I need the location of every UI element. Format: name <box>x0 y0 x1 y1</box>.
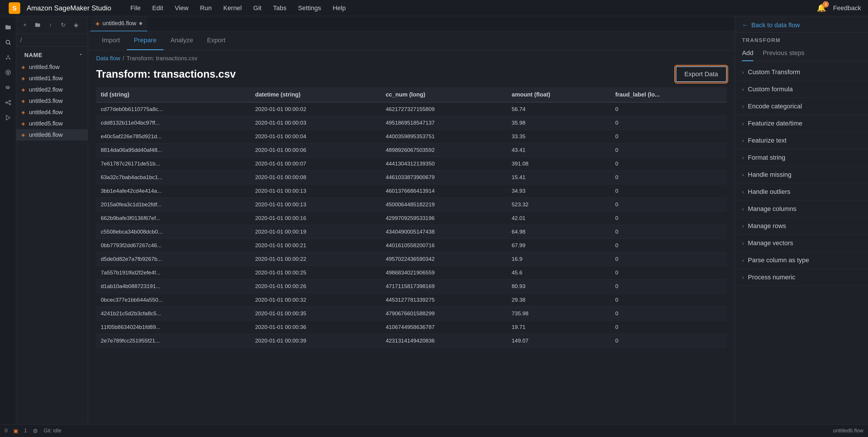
col-header-tid: tid (string) <box>96 87 250 102</box>
nav-tab-export[interactable]: Export <box>200 31 232 50</box>
chevron-right-icon: › <box>742 69 744 75</box>
sidebar-git-icon[interactable] <box>2 51 14 64</box>
tab-add[interactable]: Add <box>742 46 753 61</box>
page-title: Transform: transactions.csv <box>96 68 236 80</box>
table-row: 0bcec377e1bb644a550...2020-01-01 00:00:3… <box>96 293 727 307</box>
app-logo: S <box>7 1 22 16</box>
menu-settings[interactable]: Settings <box>293 2 326 14</box>
transform-encode-categorical[interactable]: › Encode categorical <box>735 98 868 115</box>
table-row: 3bb1e4afe42cd4e414a...2020-01-01 00:00:1… <box>96 184 727 198</box>
nav-tab-import[interactable]: Import <box>95 31 127 50</box>
refresh-btn[interactable]: ↻ <box>58 20 68 30</box>
sidebar-palette-icon[interactable] <box>2 66 14 79</box>
git-status: Git: idle <box>44 428 61 434</box>
file-item[interactable]: ◈ untitled.flow <box>16 61 88 73</box>
chevron-right-icon: › <box>742 257 744 263</box>
sidebar-search-icon[interactable] <box>2 36 14 49</box>
menu-view[interactable]: View <box>170 2 194 14</box>
flow-icon: ◈ <box>20 87 26 93</box>
nav-tab-prepare[interactable]: Prepare <box>127 31 163 50</box>
transform-manage-vectors[interactable]: › Manage vectors <box>735 235 868 252</box>
svg-line-14 <box>7 101 9 102</box>
chevron-right-icon: › <box>742 104 744 110</box>
back-to-data-flow[interactable]: ← Back to data flow <box>742 22 861 29</box>
table-row: c5508ebca34b008dcb0...2020-01-01 00:00:1… <box>96 225 727 239</box>
col-header-amount: amount (float) <box>507 87 611 102</box>
file-item[interactable]: ◈ untitled3.flow <box>16 95 88 107</box>
active-tab[interactable]: ◈ untitled6.flow <box>90 16 147 31</box>
breadcrumb-separator: / <box>122 55 124 62</box>
table-row: 4241b21c5d2b3cfa8c5...2020-01-01 00:00:3… <box>96 307 727 321</box>
chevron-right-icon: › <box>742 138 744 144</box>
transform-manage-rows[interactable]: › Manage rows <box>735 217 868 235</box>
notification-badge: 4 <box>823 1 829 7</box>
breadcrumb-link[interactable]: Data flow <box>96 55 120 62</box>
transform-format-string[interactable]: › Format string <box>735 149 868 166</box>
file-toolbar: + ↑ ↻ ◈ <box>16 16 88 34</box>
flow-icon: ◈ <box>20 98 26 104</box>
export-data-button[interactable]: Export Data <box>676 66 727 82</box>
table-row: 2015a0fea3c1d1be2fdf...2020-01-01 00:00:… <box>96 198 727 211</box>
svg-point-7 <box>5 70 10 75</box>
menu-git[interactable]: Git <box>248 2 267 14</box>
file-item[interactable]: ◈ untitled1.flow <box>16 73 88 84</box>
name-column-header: NAME <box>16 47 88 61</box>
transform-manage-columns[interactable]: › Manage columns <box>735 201 868 217</box>
table-container[interactable]: tid (string) datetime (string) cc_num (l… <box>88 87 735 437</box>
chevron-right-icon: › <box>742 189 744 195</box>
breadcrumb: Data flow / Transform: transactions.csv <box>88 51 735 64</box>
transform-handle-outliers[interactable]: › Handle outliers <box>735 183 868 201</box>
svg-point-4 <box>7 55 9 57</box>
sidebar-files-icon[interactable] <box>2 21 14 34</box>
transform-section-title: TRANSFORM <box>735 33 868 46</box>
tab-bar: ◈ untitled6.flow <box>88 16 735 31</box>
file-browser: + ↑ ↻ ◈ / NAME ◈ untitled.flow ◈ untitle… <box>16 16 88 437</box>
menu-items: File Edit View Run Kernel Git Tabs Setti… <box>125 2 817 14</box>
flow-icon: ◈ <box>20 121 26 127</box>
sidebar-nodes-icon[interactable] <box>2 96 14 109</box>
upload-btn[interactable]: ↑ <box>45 20 56 30</box>
menu-help[interactable]: Help <box>328 2 351 14</box>
menu-run[interactable]: Run <box>195 2 217 14</box>
transform-featurize-datetime[interactable]: › Featurize date/time <box>735 115 868 132</box>
menu-file[interactable]: File <box>125 2 146 14</box>
new-folder-btn[interactable] <box>32 20 43 30</box>
svg-point-2 <box>6 40 9 44</box>
table-row: cd77deb0b6110775a8c...2020-01-01 00:00:0… <box>96 102 727 116</box>
filter-btn[interactable]: ◈ <box>71 20 81 30</box>
status-item-0: 0 <box>5 428 7 434</box>
transform-handle-missing[interactable]: › Handle missing <box>735 166 868 183</box>
file-item[interactable]: ◈ untitled2.flow <box>16 84 88 95</box>
table-row: 7e61787c26171de51b...2020-01-01 00:00:07… <box>96 157 727 171</box>
svg-point-8 <box>7 71 7 72</box>
transform-custom-transform[interactable]: › Custom Transform <box>735 64 868 81</box>
right-panel-tabs: Add Previous steps <box>735 46 868 61</box>
transform-featurize-text[interactable]: › Featurize text <box>735 132 868 149</box>
sidebar-extensions-icon[interactable] <box>2 81 14 94</box>
right-panel-header: ← Back to data flow <box>735 16 868 33</box>
chevron-right-icon: › <box>742 86 744 92</box>
transform-process-numeric[interactable]: › Process numeric <box>735 269 868 286</box>
svg-point-12 <box>9 100 11 102</box>
sidebar-deploy-icon[interactable] <box>2 111 14 124</box>
file-item-active[interactable]: ◈ untitled6.flow <box>16 129 88 141</box>
menu-tabs[interactable]: Tabs <box>268 2 291 14</box>
table-row: e40c5af226e785d921d...2020-01-01 00:00:0… <box>96 130 727 143</box>
file-item[interactable]: ◈ untitled5.flow <box>16 118 88 129</box>
tab-previous-steps[interactable]: Previous steps <box>763 46 804 61</box>
transform-custom-formula[interactable]: › Custom formula <box>735 81 868 98</box>
menu-edit[interactable]: Edit <box>147 2 168 14</box>
new-file-btn[interactable]: + <box>20 20 30 30</box>
name-section-title: NAME <box>20 49 46 60</box>
chevron-right-icon: › <box>742 223 744 229</box>
settings-icon[interactable]: ⚙ <box>33 428 38 434</box>
menu-bar: S Amazon SageMaker Studio File Edit View… <box>0 0 868 16</box>
notification-bell[interactable]: 🔔 4 <box>817 3 826 12</box>
nav-tab-analyze[interactable]: Analyze <box>163 31 200 50</box>
menu-right: 🔔 4 Feedback <box>817 3 861 12</box>
feedback-button[interactable]: Feedback <box>833 4 861 12</box>
svg-point-10 <box>7 73 8 74</box>
transform-parse-column[interactable]: › Parse column as type <box>735 252 868 269</box>
menu-kernel[interactable]: Kernel <box>218 2 247 14</box>
file-item[interactable]: ◈ untitled4.flow <box>16 107 88 118</box>
